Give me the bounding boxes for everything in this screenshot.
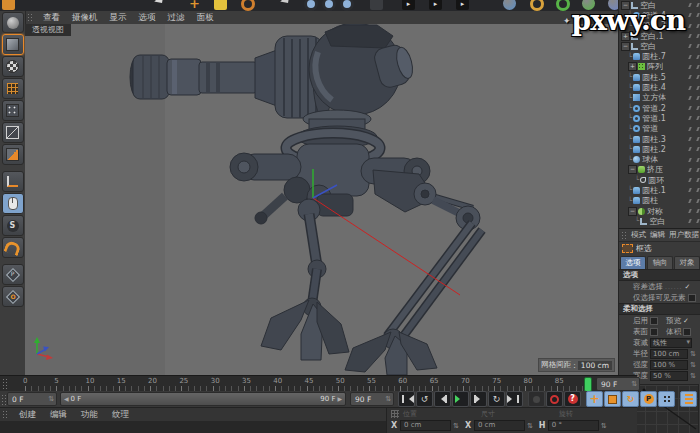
- coordinates-grip-icon[interactable]: [391, 410, 399, 418]
- material-list-area[interactable]: [0, 421, 386, 433]
- object-row-空白[interactable]: └空白: [619, 216, 700, 226]
- object-row-管道.3[interactable]: └管道.3: [619, 21, 700, 31]
- object-row-管道.2[interactable]: └管道.2: [619, 103, 700, 113]
- toolbar-icon-15[interactable]: [530, 0, 544, 11]
- goto-start-button[interactable]: [398, 391, 415, 407]
- width-spinner[interactable]: ⇅: [690, 372, 696, 380]
- object-row-圆柱.3[interactable]: └圆柱.3: [619, 134, 700, 144]
- layer-toggle-dots-icon[interactable]: [688, 168, 700, 172]
- toolbar-icon-14[interactable]: [503, 0, 516, 10]
- make-editable-button[interactable]: [2, 12, 24, 33]
- object-row-阵列[interactable]: +阵列: [619, 62, 700, 72]
- layer-toggle-dots-icon[interactable]: [688, 65, 700, 69]
- object-row-空白.1[interactable]: +空白.1: [619, 31, 700, 41]
- falloff-dropdown[interactable]: 线性: [650, 338, 692, 348]
- expander-icon[interactable]: −: [628, 165, 637, 174]
- layer-toggle-dots-icon[interactable]: [688, 75, 700, 79]
- texture-mode-button[interactable]: [2, 56, 24, 77]
- strength-field[interactable]: 100 %: [650, 360, 688, 370]
- coord-field-1[interactable]: 0 cm: [400, 420, 451, 431]
- slider-right-arrow-icon[interactable]: ▶: [335, 395, 342, 402]
- viewport-solo-button[interactable]: [2, 193, 24, 214]
- toolbar-icon-13[interactable]: ▸: [456, 0, 469, 10]
- ruler-grip-icon[interactable]: [2, 378, 7, 389]
- object-row-挤压[interactable]: −挤压: [619, 165, 700, 175]
- model-mode-button[interactable]: [2, 34, 24, 55]
- object-row-圆柱.2[interactable]: └圆柱.2: [619, 144, 700, 154]
- polygons-mode-button[interactable]: [2, 144, 24, 165]
- preview-check[interactable]: ✓: [683, 317, 689, 325]
- coord-spinner-2[interactable]: ⇅: [527, 422, 533, 430]
- viewport-menu-3[interactable]: 显示: [104, 11, 133, 24]
- viewport-menu-4[interactable]: 选项: [133, 11, 162, 24]
- layer-toggle-dots-icon[interactable]: [688, 188, 700, 192]
- enable-snap-button[interactable]: S: [2, 215, 24, 236]
- coord-field-2[interactable]: 0 cm: [474, 420, 525, 431]
- current-frame-field[interactable]: 0 F ⇅: [7, 392, 57, 406]
- tab-选项[interactable]: 选项: [620, 256, 646, 269]
- layer-toggle-dots-icon[interactable]: [688, 24, 700, 28]
- toolbar-icon-11[interactable]: ▸: [402, 0, 415, 10]
- viewport-perspective[interactable]: 透视视图: [25, 24, 618, 375]
- key-position-button[interactable]: +: [586, 391, 603, 407]
- object-row-立方体[interactable]: └立方体: [619, 93, 700, 103]
- range-end-field[interactable]: 90 F ⇅: [350, 392, 394, 406]
- object-row-管道[interactable]: └管道: [619, 124, 700, 134]
- layer-toggle-dots-icon[interactable]: [688, 106, 700, 110]
- layer-toggle-dots-icon[interactable]: [688, 13, 700, 17]
- attribute-menu-3[interactable]: 用户数据: [667, 230, 700, 240]
- toolbar-icon-3[interactable]: +: [188, 0, 201, 10]
- toolbar-icon-6[interactable]: [280, 0, 297, 11]
- toolbar-icon-12[interactable]: ▸: [429, 0, 442, 10]
- current-frame-marker[interactable]: [584, 377, 592, 392]
- toolbar-icon-8[interactable]: [322, 0, 336, 11]
- end-frame-spinner[interactable]: ⇅: [631, 380, 637, 388]
- strength-spinner[interactable]: ⇅: [690, 361, 696, 369]
- viewport-menu-6[interactable]: 面板: [191, 11, 220, 24]
- object-row-管道.4[interactable]: └管道.4: [619, 10, 700, 20]
- toolbar-icon-16[interactable]: [556, 0, 570, 11]
- object-row-对称[interactable]: −对称: [619, 206, 700, 216]
- toolbar-icon-10[interactable]: [370, 0, 383, 10]
- keyframe-help-button[interactable]: ?: [564, 391, 581, 407]
- object-row-圆柱.5[interactable]: └圆柱.5: [619, 72, 700, 82]
- layer-toggle-dots-icon[interactable]: [688, 44, 700, 48]
- controls-grip-icon[interactable]: [1, 394, 6, 405]
- soft-selection-section-header[interactable]: 柔和选择: [619, 303, 700, 315]
- toolbar-icon-2[interactable]: [154, 0, 171, 11]
- object-row-空白[interactable]: −空白: [619, 41, 700, 51]
- goto-end-button[interactable]: [506, 391, 523, 407]
- layer-toggle-dots-icon[interactable]: [688, 137, 700, 141]
- workplane-o-button[interactable]: O: [2, 286, 24, 307]
- object-row-圆柱.1[interactable]: └圆柱.1: [619, 185, 700, 195]
- material-menu-1[interactable]: 创建: [12, 409, 43, 421]
- radius-spinner[interactable]: ⇅: [690, 350, 696, 358]
- play-button[interactable]: [452, 391, 469, 407]
- layer-toggle-dots-icon[interactable]: [688, 116, 700, 120]
- layer-toggle-dots-icon[interactable]: [688, 86, 700, 90]
- viewport-menu-1[interactable]: 查看: [37, 11, 66, 24]
- layer-toggle-dots-icon[interactable]: [688, 127, 700, 131]
- object-row-圆环[interactable]: └圆环: [619, 175, 700, 185]
- workplane-p-button[interactable]: P: [2, 264, 24, 285]
- width-field[interactable]: 50 %: [650, 371, 688, 381]
- attribute-menu-grip-icon[interactable]: [621, 231, 626, 240]
- viewport-menu-5[interactable]: 过滤: [162, 11, 191, 24]
- object-row-空白[interactable]: −空白: [619, 0, 700, 10]
- current-frame-spinner[interactable]: ⇅: [48, 395, 54, 403]
- layer-toggle-dots-icon[interactable]: [688, 96, 700, 100]
- toolbar-icon-5[interactable]: [241, 0, 255, 11]
- coord-spinner-1[interactable]: ⇅: [453, 422, 459, 430]
- toolbar-icon-9[interactable]: [340, 0, 354, 11]
- surface-checkbox[interactable]: [650, 328, 658, 336]
- autokey-button[interactable]: [546, 391, 563, 407]
- key-rotation-button[interactable]: ↻: [622, 391, 639, 407]
- layer-toggle-dots-icon[interactable]: [688, 199, 700, 203]
- material-menu-2[interactable]: 编辑: [43, 409, 74, 421]
- menu-grip-icon[interactable]: [27, 13, 34, 22]
- enable-axis-button[interactable]: [2, 171, 24, 192]
- toolbar-icon-7[interactable]: [304, 0, 318, 11]
- visible-only-checkbox[interactable]: [688, 294, 696, 302]
- radius-field[interactable]: 100 cm: [650, 349, 688, 359]
- layer-toggle-dots-icon[interactable]: [688, 147, 700, 151]
